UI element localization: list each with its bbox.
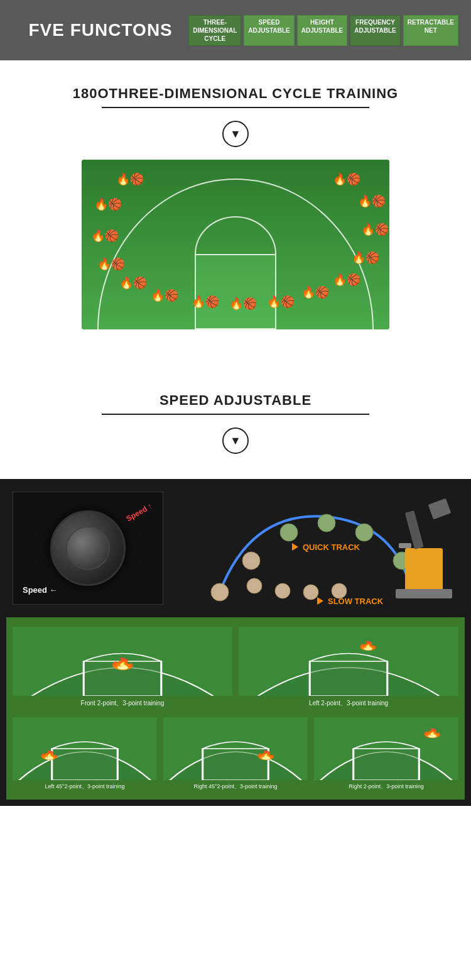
court-diagram: 🔥🏀 🔥🏀 🔥🏀 🔥🏀 🔥🏀 🔥🏀 🔥🏀 🔥🏀 🔥🏀 🔥🏀 🔥🏀 🔥🏀 🔥🏀 🔥…: [82, 160, 389, 329]
training-label-front: Front 2-point、3-point training: [13, 696, 232, 711]
section2-underline: [102, 414, 369, 415]
speed-arc-area: QUICK TRACK SLOW TRACK: [163, 492, 458, 611]
court-svg-right: 🔥: [314, 717, 458, 780]
section2-title: SPEED ADJUSTABLE: [13, 392, 458, 409]
speed-knob: Speed ← Speed ↑: [13, 492, 163, 605]
svg-rect-21: [52, 749, 118, 780]
gap1: [0, 342, 471, 367]
speed-image-block: Speed ← Speed ↑ QU: [0, 479, 471, 806]
machine-illustration: [389, 492, 458, 598]
svg-rect-18: [310, 661, 387, 696]
training-grid: 🔥 Front 2-point、3-point training 🔥 L: [6, 617, 465, 800]
training-label-right: Right 2-point、3-point training: [314, 780, 458, 793]
training-court-right: 🔥: [314, 717, 458, 780]
flame-ball: 🔥🏀: [119, 276, 147, 290]
training-label-left: Left 2-point、3-point training: [239, 696, 458, 711]
machine-arm-top: [428, 498, 452, 520]
svg-text:🔥: 🔥: [254, 750, 278, 761]
training-cell-left: 🔥 Left 2-point、3-point training: [239, 627, 458, 711]
court-lane: [195, 254, 276, 329]
flame-ball: 🔥🏀: [192, 295, 219, 309]
svg-point-2: [280, 524, 298, 541]
flame-ball: 🔥🏀: [97, 257, 125, 271]
training-top-row: 🔥 Front 2-point、3-point training 🔥 L: [13, 627, 458, 711]
svg-point-1: [242, 552, 260, 570]
training-label-right45: Right 45°2-point、3-point training: [163, 780, 308, 793]
svg-point-8: [303, 585, 318, 600]
feature-badges: THREE-DIMENSIONALCYCLE SPEEDADJUSTABLE H…: [188, 15, 458, 46]
flame-ball: 🔥🏀: [333, 273, 360, 287]
training-court-front: 🔥: [13, 627, 232, 696]
flame-ball: 🔥🏀: [91, 229, 119, 243]
header: FVE FUNCTONS THREE-DIMENSIONALCYCLE SPEE…: [0, 0, 471, 60]
badge-three-d[interactable]: THREE-DIMENSIONALCYCLE: [188, 15, 241, 46]
badge-speed[interactable]: SPEEDADJUSTABLE: [244, 15, 294, 46]
svg-text:SLOW TRACK: SLOW TRACK: [328, 597, 384, 605]
flame-ball: 🔥🏀: [229, 297, 257, 311]
svg-text:QUICK TRACK: QUICK TRACK: [303, 542, 360, 552]
machine-base: [399, 543, 411, 548]
training-court-left45: 🔥: [13, 717, 157, 780]
machine-bottom: [396, 589, 452, 598]
speed-label-right: Speed ↑: [124, 502, 153, 524]
training-court-left: 🔥: [239, 627, 458, 696]
flame-ball: 🔥🏀: [151, 289, 178, 302]
svg-point-3: [318, 514, 335, 532]
court-svg-front: 🔥: [13, 627, 232, 696]
training-bottom-row: 🔥 Left 45°2-point、3-point training 🔥: [13, 717, 458, 793]
training-court-right45: 🔥: [163, 717, 308, 780]
svg-point-6: [247, 578, 262, 593]
svg-text:🔥: 🔥: [108, 657, 138, 671]
svg-marker-12: [317, 597, 323, 605]
court-svg-left: 🔥: [239, 627, 458, 696]
knob-inner: [66, 526, 110, 570]
badge-height[interactable]: HEIGHTADJUSTABLE: [297, 15, 347, 46]
knob-circle: [50, 510, 126, 586]
svg-text:🔥: 🔥: [421, 728, 444, 739]
svg-text:🔥: 🔥: [357, 641, 380, 651]
court-svg-right45: 🔥: [163, 717, 308, 780]
speed-label-left: Speed ←: [23, 585, 58, 595]
svg-text:🔥: 🔥: [38, 750, 61, 761]
svg-rect-27: [354, 749, 420, 780]
page-title: FVE FUNCTONS: [13, 20, 188, 40]
section-speed: SPEED ADJUSTABLE ▼: [0, 367, 471, 479]
speed-top-row: Speed ← Speed ↑ QU: [6, 485, 465, 617]
flame-ball: 🔥🏀: [333, 172, 360, 186]
flame-ball: 🔥🏀: [116, 172, 144, 186]
section1-underline: [102, 107, 369, 108]
flame-ball: 🔥🏀: [301, 285, 329, 299]
training-cell-front: 🔥 Front 2-point、3-point training: [13, 627, 232, 711]
section2-arrow: ▼: [222, 427, 249, 454]
section-3d-cycle: 180OTHREE-DIMENSIONAL CYCLE TRAINING ▼ 🔥…: [0, 60, 471, 342]
svg-point-7: [275, 583, 290, 598]
flame-ball: 🔥🏀: [358, 194, 386, 208]
svg-marker-10: [292, 543, 298, 551]
training-cell-left45: 🔥 Left 45°2-point、3-point training: [13, 717, 157, 793]
court-svg-left45: 🔥: [13, 717, 157, 780]
svg-point-0: [211, 583, 229, 601]
training-cell-right: 🔥 Right 2-point、3-point training: [314, 717, 458, 793]
svg-point-4: [355, 524, 373, 541]
badge-retractable[interactable]: RETRACTABLENET: [403, 15, 458, 46]
section1-arrow: ▼: [222, 121, 249, 147]
flame-ball: 🔥🏀: [361, 223, 389, 236]
training-label-left45: Left 45°2-point、3-point training: [13, 780, 157, 793]
flame-ball: 🔥🏀: [94, 197, 122, 211]
training-cell-right45: 🔥 Right 45°2-point、3-point training: [163, 717, 308, 793]
section1-title: 180OTHREE-DIMENSIONAL CYCLE TRAINING: [13, 85, 458, 102]
flame-ball: 🔥🏀: [352, 251, 379, 265]
flame-ball: 🔥🏀: [267, 295, 295, 309]
badge-frequency[interactable]: FREQUENCYADJUSTABLE: [350, 15, 400, 46]
